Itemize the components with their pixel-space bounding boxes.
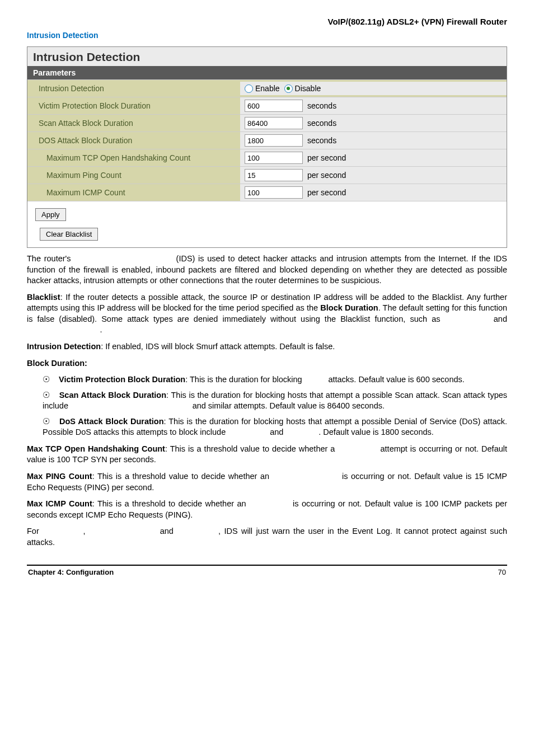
footer: Chapter 4: Configuration 70 xyxy=(27,568,507,582)
text-span: The router's xyxy=(27,254,74,263)
text-span: attacks. Default value is 600 seconds. xyxy=(326,375,464,384)
text-span: : This is the duration for blocking xyxy=(185,375,305,384)
bullet-dos: ☉ DoS Attack Block Duration: This is the… xyxy=(43,416,507,438)
radio-disable-label: Disable xyxy=(295,84,321,93)
text-span: : This is a threshold value to decide wh… xyxy=(165,444,338,453)
label-intrusion-detection: Intrusion Detection xyxy=(27,81,240,96)
bold-max-icmp: Max ICMP Count xyxy=(27,499,92,508)
radio-enable[interactable]: Enable xyxy=(245,84,280,93)
paragraph-ids-intro: The router's Intrusion Detection System … xyxy=(27,253,507,287)
row-intrusion-detection: Intrusion Detection Enable Disable xyxy=(27,79,507,97)
unit-tcp: per second xyxy=(307,153,346,162)
text-span: . Default value is 1800 seconds. xyxy=(318,428,434,436)
text-span: , IDS will just warn the user in the Eve… xyxy=(27,527,507,547)
bold-intrusion: Intrusion Detection xyxy=(27,342,101,351)
footer-page-number: 70 xyxy=(498,568,506,576)
label-victim: Victim Protection Block Duration xyxy=(27,98,240,113)
label-ping: Maximum Ping Count xyxy=(27,168,240,182)
text-span: For xyxy=(27,527,43,536)
row-scan: Scan Attack Block Duration seconds xyxy=(27,114,507,132)
unit-icmp: per second xyxy=(307,188,346,197)
text-span: : If enabled, IDS will block Smurf attac… xyxy=(101,342,335,351)
row-dos: DOS Attack Block Duration seconds xyxy=(27,132,507,149)
text-span: and similar attempts. Default value is 8… xyxy=(190,401,385,410)
paragraph-max-icmp: Max ICMP Count: This is a threshold to d… xyxy=(27,499,507,520)
bold-block-duration-head: Block Duration: xyxy=(27,359,87,368)
bold-blacklist: Blacklist xyxy=(27,293,60,302)
text-span: , xyxy=(83,527,89,536)
input-tcp[interactable] xyxy=(245,152,303,164)
apply-button[interactable]: Apply xyxy=(35,208,66,221)
bold-max-ping: Max PING Count xyxy=(27,472,92,481)
text-span: and xyxy=(268,428,285,436)
bold-max-tcp: Max TCP Open Handshaking Count xyxy=(27,444,165,453)
paragraph-block-duration-head: Block Duration: xyxy=(27,358,507,369)
bold-block-duration: Block Duration xyxy=(320,303,378,312)
unit-victim: seconds xyxy=(307,101,336,110)
clear-blacklist-button[interactable]: Clear Blacklist xyxy=(40,228,98,241)
label-dos: DOS Attack Block Duration xyxy=(27,133,240,148)
footer-divider xyxy=(27,565,507,566)
intrusion-detection-panel: Intrusion Detection Parameters Intrusion… xyxy=(27,46,507,248)
document-header: VoIP/(802.11g) ADSL2+ (VPN) Firewall Rou… xyxy=(27,17,507,26)
input-icmp[interactable] xyxy=(245,186,303,199)
row-tcp: Maximum TCP Open Handshaking Count per s… xyxy=(27,149,507,166)
input-victim[interactable] xyxy=(245,100,303,112)
row-icmp: Maximum ICMP Count per second xyxy=(27,184,507,201)
unit-scan: seconds xyxy=(307,119,336,128)
bullet-scan: ☉ Scan Attack Block Duration: This is th… xyxy=(43,390,507,412)
unit-dos: seconds xyxy=(307,136,336,145)
body-text: The router's Intrusion Detection System … xyxy=(27,253,507,548)
paragraph-max-ping: Max PING Count: This is a threshold valu… xyxy=(27,471,507,493)
label-tcp: Maximum TCP Open Handshaking Count xyxy=(27,151,240,165)
text-span: and xyxy=(156,527,177,536)
section-heading: Intrusion Detection xyxy=(27,31,507,40)
row-victim: Victim Protection Block Duration seconds xyxy=(27,97,507,114)
bold-dos: DoS Attack Block Duration xyxy=(59,417,164,426)
input-ping[interactable] xyxy=(245,169,303,181)
radio-disable[interactable]: Disable xyxy=(284,84,321,93)
radio-enable-label: Enable xyxy=(255,84,280,93)
input-dos[interactable] xyxy=(245,134,303,147)
unit-ping: per second xyxy=(307,171,346,180)
label-scan: Scan Attack Block Duration xyxy=(27,116,240,130)
label-icmp: Maximum ICMP Count xyxy=(27,185,240,200)
paragraph-warn: For SYN Flood, ICMP Echo Storm and ICMP … xyxy=(27,526,507,548)
footer-chapter: Chapter 4: Configuration xyxy=(28,568,114,576)
panel-subtitle: Parameters xyxy=(27,66,507,79)
button-row-apply: Apply xyxy=(27,201,507,228)
paragraph-blacklist: Blacklist: If the router detects a possi… xyxy=(27,292,507,336)
button-row-clear: Clear Blacklist xyxy=(27,228,507,247)
text-span: and xyxy=(489,314,507,323)
bullet-icon: ☉ xyxy=(43,375,50,384)
paragraph-max-tcp: Max TCP Open Handshaking Count: This is … xyxy=(27,444,507,466)
row-ping: Maximum Ping Count per second xyxy=(27,166,507,184)
bullet-icon: ☉ xyxy=(43,391,50,400)
text-span: (IDS) is used to detect hacker attacks a… xyxy=(27,254,507,285)
text-span: : This is a threshold to decide whether … xyxy=(92,499,249,508)
bullet-icon: ☉ xyxy=(43,417,50,426)
bold-victim: Victim Protection Block Duration xyxy=(59,375,185,384)
radio-on-icon xyxy=(284,84,293,93)
input-scan[interactable] xyxy=(245,117,303,129)
panel-title: Intrusion Detection xyxy=(27,47,507,66)
text-span: : This is a threshold value to decide wh… xyxy=(92,472,273,481)
bold-scan: Scan Attack Block Duration xyxy=(59,391,166,400)
paragraph-intrusion-enable: Intrusion Detection: If enabled, IDS wil… xyxy=(27,341,507,353)
text-span: . xyxy=(100,325,102,334)
radio-off-icon xyxy=(245,84,253,93)
bullet-victim: ☉ Victim Protection Block Duration: This… xyxy=(43,374,507,386)
